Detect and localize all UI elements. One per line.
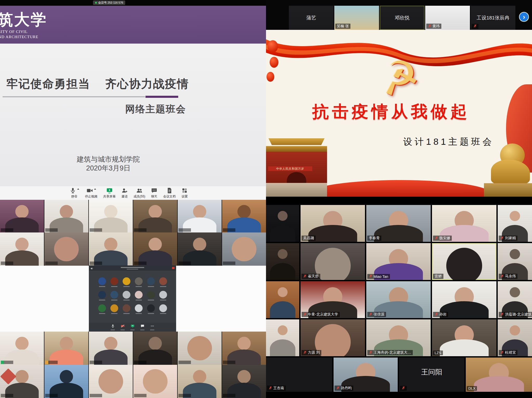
- video-tile[interactable]: 王杏南: [266, 358, 332, 392]
- toolbar-button-members[interactable]: 成员(55): [134, 187, 145, 199]
- video-tile[interactable]: [133, 332, 177, 365]
- participant-avatar: [110, 277, 118, 287]
- participant-avatar-grid: [89, 277, 176, 318]
- video-tile[interactable]: 孙岩: [432, 281, 496, 318]
- video-tile[interactable]: [89, 365, 133, 398]
- microphone-icon: [111, 324, 115, 329]
- chevron-up-icon[interactable]: [94, 188, 96, 190]
- participant-name-label: DLX: [467, 386, 477, 391]
- filmstrip-tile[interactable]: 黄祎: [425, 6, 470, 30]
- avatar: [147, 304, 155, 312]
- toolbar-button-docs[interactable]: 会议文档: [163, 187, 176, 199]
- slide-organization: 建筑与城市规划学院: [43, 155, 173, 164]
- video-tile[interactable]: [44, 365, 88, 398]
- participant-avatar: [98, 304, 106, 314]
- video-tile[interactable]: [89, 232, 133, 266]
- video-tile[interactable]: [178, 332, 222, 365]
- chevron-up-icon[interactable]: [77, 188, 79, 190]
- video-tile[interactable]: [222, 232, 266, 266]
- video-tile[interactable]: 力源 刘: [301, 319, 365, 356]
- participant-name-label-blur: [223, 361, 235, 364]
- toolbar-label: 邀请: [122, 194, 128, 199]
- left-meeting-window: 会议号 253 116 576 筑大学 SITY OF CIVIL ND ARC…: [0, 0, 266, 200]
- person-head: [15, 238, 29, 251]
- video-tile[interactable]: [89, 200, 133, 232]
- participant-name-label-blur: [45, 262, 58, 265]
- video-tile[interactable]: 杜靖宜: [498, 319, 532, 356]
- video-tile[interactable]: [133, 365, 177, 398]
- video-tile[interactable]: [0, 200, 44, 232]
- video-tile[interactable]: 王海舟的-北京建筑大…: [366, 319, 431, 356]
- video-tile[interactable]: 吴晶璐: [301, 205, 365, 242]
- participant-name-label-blur: [45, 228, 58, 232]
- video-tile[interactable]: 雷娇: [432, 243, 496, 280]
- participant-name-label-blur: [178, 361, 191, 364]
- video-tile[interactable]: [222, 365, 266, 398]
- video-tile[interactable]: 牛童-北京建筑大学: [301, 281, 365, 318]
- video-tile[interactable]: [266, 205, 299, 242]
- toolbar-button-settings[interactable]: 设置: [181, 187, 188, 199]
- person-body: [374, 225, 423, 242]
- video-tile[interactable]: [222, 200, 266, 232]
- video-tile[interactable]: [222, 332, 266, 365]
- video-tile[interactable]: [0, 232, 44, 266]
- toolbar-button-share-screen[interactable]: 共享屏幕: [103, 187, 116, 199]
- video-tile[interactable]: [0, 332, 44, 365]
- filmstrip-tile[interactable]: 工设181张辰冉: [471, 6, 515, 30]
- filmstrip-tile[interactable]: 笑楠 张: [334, 6, 379, 30]
- avatar-name-blur: [111, 313, 117, 314]
- toolbar-label: 会议文档: [163, 194, 176, 199]
- video-tile[interactable]: [0, 365, 44, 398]
- video-tile[interactable]: [133, 232, 177, 266]
- filmstrip-tile[interactable]: 蒲艺: [289, 6, 334, 30]
- video-tile[interactable]: [178, 200, 222, 232]
- video-tile[interactable]: 马永伟: [498, 243, 532, 280]
- meeting-id-pill: 会议号 253 116 576: [93, 1, 125, 5]
- video-tile[interactable]: Miao Tan: [366, 243, 431, 280]
- participant-avatar: [123, 291, 130, 300]
- video-tile[interactable]: [266, 319, 299, 356]
- person-head: [149, 205, 162, 218]
- video-tile[interactable]: LZS: [432, 319, 496, 356]
- video-tile[interactable]: DLX: [466, 358, 532, 392]
- video-tile[interactable]: [44, 332, 88, 365]
- video-tile[interactable]: 王问阳: [399, 358, 464, 392]
- participant-name: 王问阳: [399, 367, 464, 377]
- slide-title-part2: 齐心协力战疫情: [105, 77, 189, 90]
- video-tile[interactable]: 洪蕴璐-北京建筑: [498, 281, 532, 318]
- participant-name-label-blur: [134, 228, 147, 232]
- video-tile[interactable]: [89, 332, 133, 365]
- toolbar-button-chat[interactable]: 聊天: [151, 187, 157, 199]
- right-meeting-window: 蒲艺笑楠 张邓欣悦黄祎工设181张辰冉 › ☭ 抗击疫情从我做起 设计181主题…: [266, 0, 532, 197]
- toolbar-label-blur: [150, 330, 154, 330]
- toolbar-button-mute[interactable]: 静音: [70, 187, 79, 199]
- video-tile[interactable]: 崔天舒: [301, 243, 365, 280]
- filmstrip-next-button[interactable]: ›: [519, 12, 529, 22]
- video-tile[interactable]: 刘家精: [498, 205, 532, 242]
- gallery-row: [0, 232, 266, 266]
- filmstrip-tile[interactable]: 邓欣悦: [380, 6, 424, 30]
- video-tile[interactable]: [44, 200, 88, 232]
- video-tile[interactable]: 李春青: [366, 205, 431, 242]
- participant-avatar: [98, 291, 106, 300]
- microphone-icon: [111, 324, 115, 330]
- video-tile[interactable]: [178, 232, 222, 266]
- avatar-name-blur: [99, 286, 105, 287]
- video-tile[interactable]: 魏安娜: [432, 205, 496, 242]
- participant-name-label: 王杏南: [267, 386, 286, 391]
- toolbar-button-invite[interactable]: 邀请: [121, 187, 128, 199]
- video-tile[interactable]: [133, 200, 177, 232]
- video-tile[interactable]: [44, 232, 88, 266]
- video-tile[interactable]: [266, 281, 299, 318]
- toolbar-button-stop-video[interactable]: 停止视频: [85, 187, 97, 199]
- avatar-name-blur: [160, 286, 166, 287]
- screenshot-collage: 会议号 253 116 576 筑大学 SITY OF CIVIL ND ARC…: [0, 0, 532, 398]
- video-tile[interactable]: [178, 365, 222, 398]
- video-tile[interactable]: [266, 243, 299, 280]
- person-head: [54, 237, 79, 262]
- theme-slide-subtitle: 设计181主题班会: [403, 136, 494, 148]
- document-icon: [166, 187, 173, 195]
- video-tile[interactable]: 孙丹昀: [334, 358, 398, 392]
- avatar: [98, 277, 106, 285]
- video-tile[interactable]: 张倍源: [366, 281, 431, 318]
